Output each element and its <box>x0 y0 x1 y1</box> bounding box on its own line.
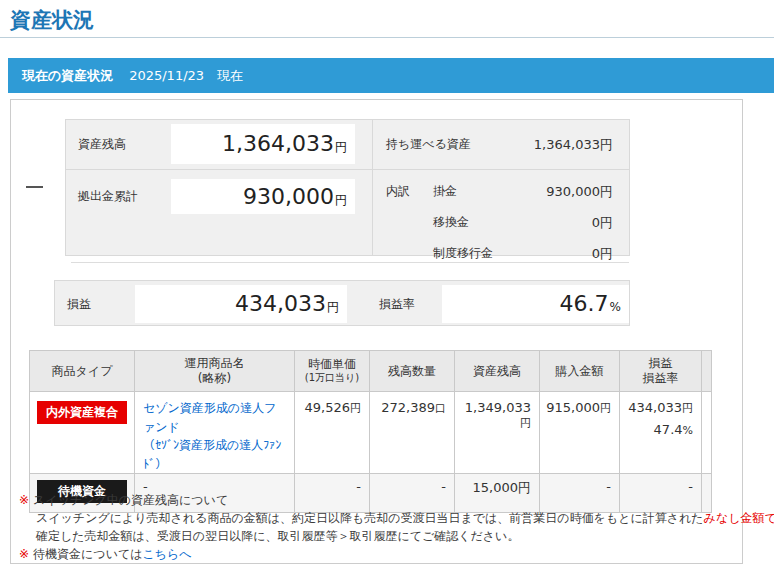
breakdown-items: 掛金 930,000円 移換金 0円 制度移行金 0円 <box>433 176 629 269</box>
purchase-cell: 915,000円 <box>540 392 620 474</box>
contribution-label: 拠出金累計 <box>78 179 138 214</box>
section-divider <box>71 262 629 263</box>
col-header-product-name: 運用商品名(略称) <box>135 351 295 392</box>
breakdown-item-label: 制度移行金 <box>433 238 493 269</box>
as-of-date: 2025/11/23 現在 <box>129 68 243 83</box>
breakdown-item-kakekin: 掛金 930,000円 <box>433 176 629 207</box>
note-title-text: スイッチング中の資産残高について <box>33 493 228 507</box>
profit-loss-value: 434,033 <box>235 291 326 316</box>
fund-name-line1: セゾン資産形成の達人ファンド <box>143 399 288 436</box>
contribution-row: 拠出金累計 930,000円 <box>66 170 372 257</box>
notes: ※スイッチング中の資産残高について スイッチングにより売却される商品の金額は、約… <box>19 491 736 563</box>
note-switching-body1: スイッチングにより売却される商品の金額は、約定日以降も売却の受渡日当日までは、前… <box>19 509 736 527</box>
asset-balance-value-box: 1,364,033円 <box>171 124 355 164</box>
product-type-badge: 内外資産複合 <box>37 401 127 424</box>
col-header-empty <box>702 351 712 392</box>
quantity-cell: 272,389口 <box>370 392 455 474</box>
profit-loss-unit: 円 <box>327 300 339 314</box>
col-header-unit-price: 時価単価(1万口当り) <box>295 351 370 392</box>
profit-loss-label: 損益 <box>67 281 91 327</box>
asterisk-marker: ※ <box>19 493 29 507</box>
standby-funds-link[interactable]: こちらへ <box>142 547 191 561</box>
section-title: 現在の資産状況 <box>22 68 113 83</box>
profit-loss-value-box: 434,033円 <box>135 285 347 323</box>
profit-loss-rate-label: 損益率 <box>379 281 415 327</box>
asset-status-page: 資産状況 現在の資産状況 2025/11/23 現在 資産残高 1,364,03… <box>0 0 774 564</box>
portable-assets-value: 1,364,033円 <box>534 120 613 169</box>
note-switching-title: ※スイッチング中の資産残高について <box>19 491 736 509</box>
section-header-bar: 現在の資産状況 2025/11/23 現在 <box>8 58 774 93</box>
breakdown-item-seido: 制度移行金 0円 <box>433 238 629 269</box>
page-title: 資産状況 <box>10 6 94 34</box>
contribution-unit: 円 <box>335 193 347 207</box>
breakdown-item-ikan: 移換金 0円 <box>433 207 629 238</box>
contribution-value-box: 930,000円 <box>171 179 355 214</box>
breakdown-label: 内訳 <box>386 176 410 207</box>
col-header-quantity: 残高数量 <box>370 351 455 392</box>
asset-balance-row: 資産残高 1,364,033円 <box>66 120 372 170</box>
breakdown-item-label: 掛金 <box>433 176 457 207</box>
portable-assets-label: 持ち運べる資産 <box>386 120 471 169</box>
col-header-balance: 資産残高 <box>455 351 540 392</box>
note-body-red-text: みなし金額で仮表示されます。 <box>704 511 774 525</box>
note-standby-funds: ※待機資金についてはこちらへ <box>19 545 736 563</box>
note-switching-body2: 確定した売却金額は、受渡日の翌日以降に、取引履歴等＞取引履歴にてご確認ください。 <box>19 527 736 545</box>
content-panel: 資産残高 1,364,033円 拠出金累計 930,000円 持ち運べる資産 1… <box>10 99 743 564</box>
balance-panel: 資産残高 1,364,033円 拠出金累計 930,000円 <box>65 119 373 256</box>
contribution-value: 930,000 <box>243 184 334 209</box>
row-marker-dash <box>26 186 43 188</box>
portable-panel: 持ち運べる資産 1,364,033円 内訳 掛金 930,000円 移換金 0円… <box>372 119 630 256</box>
table-header-row: 商品タイプ 運用商品名(略称) 時価単価(1万口当り) 残高数量 資産残高 購入… <box>30 351 712 392</box>
col-header-profit-loss: 損益損益率 <box>620 351 702 392</box>
asset-balance-unit: 円 <box>335 140 347 154</box>
breakdown-item-value: 930,000円 <box>546 176 613 207</box>
empty-cell <box>702 392 712 474</box>
profit-loss-panel: 損益 434,033円 損益率 46.7% <box>54 280 630 326</box>
note-body-text: スイッチングにより売却される商品の金額は、約定日以降も売却の受渡日当日までは、前… <box>36 511 704 525</box>
col-header-purchase: 購入金額 <box>540 351 620 392</box>
asset-balance-label: 資産残高 <box>78 120 126 169</box>
breakdown-item-value: 0円 <box>592 238 613 269</box>
unit-price-cell: 49,526円 <box>295 392 370 474</box>
profit-loss-rate-unit: % <box>610 300 621 314</box>
fund-name-cell: セゾン資産形成の達人ファンド （ｾｿﾞﾝ資産形成の達人ﾌｧﾝﾄﾞ） <box>135 392 295 474</box>
breakdown-item-value: 0円 <box>592 207 613 238</box>
table-row-fund: 内外資産複合 セゾン資産形成の達人ファンド （ｾｿﾞﾝ資産形成の達人ﾌｧﾝﾄﾞ）… <box>30 392 712 474</box>
fund-name-link[interactable]: セゾン資産形成の達人ファンド （ｾｿﾞﾝ資産形成の達人ﾌｧﾝﾄﾞ） <box>143 399 288 473</box>
title-divider <box>0 37 774 38</box>
profit-loss-cell: 434,033円 47.4% <box>620 392 702 474</box>
note-standby-text: 待機資金については <box>33 547 142 561</box>
asterisk-marker: ※ <box>19 547 29 561</box>
fund-name-line2: （ｾｿﾞﾝ資産形成の達人ﾌｧﾝﾄﾞ） <box>143 436 288 473</box>
profit-loss-rate-value-box: 46.7% <box>442 285 629 323</box>
asset-balance-value: 1,364,033 <box>222 131 334 156</box>
portable-assets-row: 持ち運べる資産 1,364,033円 <box>373 120 629 170</box>
balance-cell: 1,349,033円 <box>455 392 540 474</box>
col-header-product-type: 商品タイプ <box>30 351 135 392</box>
profit-loss-rate-value: 46.7 <box>560 291 609 316</box>
breakdown-item-label: 移換金 <box>433 207 469 238</box>
breakdown-section: 内訳 掛金 930,000円 移換金 0円 制度移行金 0円 <box>373 170 629 257</box>
product-type-cell: 内外資産複合 <box>30 392 135 474</box>
holdings-table: 商品タイプ 運用商品名(略称) 時価単価(1万口当り) 残高数量 資産残高 購入… <box>29 350 712 513</box>
